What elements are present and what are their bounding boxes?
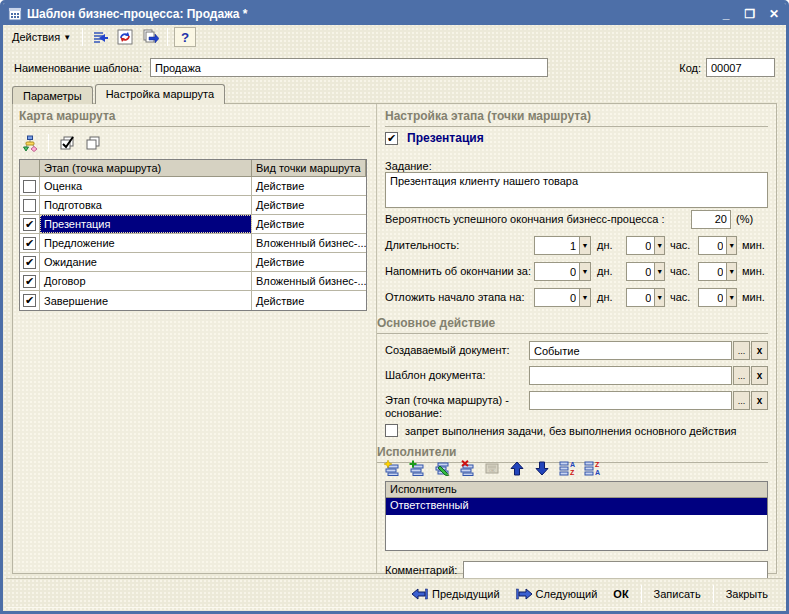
created-document-input[interactable] — [529, 341, 732, 360]
delete-row-button[interactable] — [456, 458, 478, 478]
type-cell[interactable]: Действие — [252, 177, 366, 195]
reread-button[interactable] — [89, 27, 111, 47]
executors-header[interactable]: Исполнитель — [386, 482, 767, 498]
edit-row-button[interactable] — [431, 458, 453, 478]
type-cell[interactable]: Вложенный бизнес-... — [252, 234, 366, 252]
dropdown-button[interactable]: ▼ — [726, 262, 737, 281]
clear-field-button[interactable]: x — [751, 366, 768, 385]
route-map-button[interactable] — [19, 133, 41, 153]
dropdown-button[interactable]: ▼ — [726, 288, 737, 307]
row-checkbox[interactable] — [23, 256, 36, 269]
dropdown-button[interactable]: ▼ — [654, 236, 665, 255]
duration-hours-input[interactable] — [626, 236, 654, 255]
ellipsis-button[interactable]: ... — [733, 391, 750, 410]
dropdown-button[interactable]: ▼ — [579, 262, 591, 281]
dropdown-button[interactable]: ▼ — [654, 262, 665, 281]
row-checkbox[interactable] — [23, 218, 36, 231]
postpone-minutes-input[interactable] — [698, 288, 726, 307]
hours-unit-label: час. — [670, 239, 690, 251]
row-checkbox[interactable] — [23, 199, 36, 212]
document-template-input[interactable] — [529, 366, 732, 385]
svg-text:A: A — [570, 461, 575, 468]
dropdown-button[interactable]: ▼ — [579, 236, 591, 255]
days-unit-label: дн. — [597, 239, 613, 251]
dropdown-button[interactable]: ▼ — [726, 236, 737, 255]
ok-button[interactable]: ОК — [606, 584, 635, 604]
comment-input[interactable] — [463, 561, 768, 579]
finish-edit-icon: OK — [484, 460, 500, 476]
postpone-days-input[interactable] — [534, 288, 579, 307]
maximize-button[interactable]: ❒ — [743, 7, 757, 21]
remind-hours-input[interactable] — [626, 262, 654, 281]
add-row-button[interactable] — [381, 458, 403, 478]
ellipsis-button[interactable]: ... — [733, 366, 750, 385]
dropdown-button[interactable]: ▼ — [579, 288, 591, 307]
stage-cell[interactable]: Оценка — [40, 177, 252, 195]
sort-az-button[interactable]: AZ — [556, 458, 578, 478]
stage-cell[interactable]: Подготовка — [40, 196, 252, 214]
next-button[interactable]: Следующий — [509, 584, 605, 604]
tab-parameters[interactable]: Параметры — [12, 86, 93, 104]
table-row[interactable]: Презентация Действие — [20, 215, 366, 234]
sort-za-button[interactable]: ZA — [581, 458, 603, 478]
remind-days-input[interactable] — [534, 262, 579, 281]
move-up-button[interactable] — [506, 458, 528, 478]
type-cell[interactable]: Действие — [252, 253, 366, 271]
row-checkbox[interactable] — [23, 294, 36, 307]
actions-menu-button[interactable]: Действия ▼ — [7, 28, 76, 46]
close-button[interactable]: ✕ — [767, 7, 781, 21]
duration-minutes-input[interactable] — [698, 236, 726, 255]
stage-cell[interactable]: Договор — [40, 272, 252, 290]
table-row[interactable]: Предложение Вложенный бизнес-... — [20, 234, 366, 253]
reload-button[interactable] — [114, 27, 136, 47]
stage-enabled-checkbox[interactable] — [385, 132, 398, 145]
type-cell[interactable]: Вложенный бизнес-... — [252, 272, 366, 290]
type-cell[interactable]: Действие — [252, 215, 366, 233]
stage-cell[interactable]: Ожидание — [40, 253, 252, 271]
set-checkboxes-button[interactable] — [56, 133, 78, 153]
row-checkbox[interactable] — [23, 180, 36, 193]
save-button[interactable]: Записать — [647, 584, 708, 604]
table-row[interactable]: Подготовка Действие — [20, 196, 366, 215]
svg-text:Z: Z — [570, 469, 575, 476]
table-row[interactable]: Договор Вложенный бизнес-... — [20, 272, 366, 291]
header-type-column[interactable]: Вид точки маршрута — [252, 160, 366, 176]
forbid-task-checkbox[interactable] — [385, 424, 398, 437]
table-row[interactable]: Завершение Действие — [20, 291, 366, 310]
task-textarea[interactable]: Презентация клиенту нашего товара — [385, 172, 768, 208]
postpone-hours-input[interactable] — [626, 288, 654, 307]
base-stage-input[interactable] — [529, 391, 732, 410]
header-stage-column[interactable]: Этап (точка маршрута) — [40, 160, 252, 176]
previous-button[interactable]: Предыдущий — [405, 584, 506, 604]
dropdown-button[interactable]: ▼ — [654, 288, 665, 307]
stage-cell[interactable]: Завершение — [40, 291, 252, 310]
code-input[interactable] — [706, 58, 775, 77]
stage-cell[interactable]: Предложение — [40, 234, 252, 252]
move-down-button[interactable] — [531, 458, 553, 478]
type-cell[interactable]: Действие — [252, 291, 366, 310]
help-button[interactable]: ? — [174, 27, 196, 47]
clear-checkboxes-button[interactable] — [82, 133, 104, 153]
minimize-button[interactable]: _ — [719, 7, 733, 21]
clear-field-button[interactable]: x — [751, 391, 768, 410]
tab-content: Карта маршрута — [12, 103, 777, 574]
go-to-button[interactable] — [139, 27, 161, 47]
stage-cell[interactable]: Презентация — [40, 215, 252, 233]
tab-route-settings[interactable]: Настройка маршрута — [95, 84, 225, 104]
table-row[interactable]: Ожидание Действие — [20, 253, 366, 272]
close-window-button[interactable]: Закрыть — [719, 584, 775, 604]
row-checkbox[interactable] — [23, 237, 36, 250]
duration-days-input[interactable] — [534, 236, 579, 255]
document-template-label: Шаблон документа: — [385, 369, 486, 381]
remind-minutes-input[interactable] — [698, 262, 726, 281]
type-cell[interactable]: Действие — [252, 196, 366, 214]
probability-input[interactable] — [691, 210, 731, 229]
copy-row-button[interactable] — [406, 458, 428, 478]
template-name-input[interactable] — [150, 58, 548, 77]
executor-row[interactable]: Ответственный — [386, 498, 767, 515]
table-row[interactable]: Оценка Действие — [20, 177, 366, 196]
clear-field-button[interactable]: x — [751, 341, 768, 360]
ellipsis-button[interactable]: ... — [733, 341, 750, 360]
finish-edit-button[interactable]: OK — [481, 458, 503, 478]
row-checkbox[interactable] — [23, 275, 36, 288]
